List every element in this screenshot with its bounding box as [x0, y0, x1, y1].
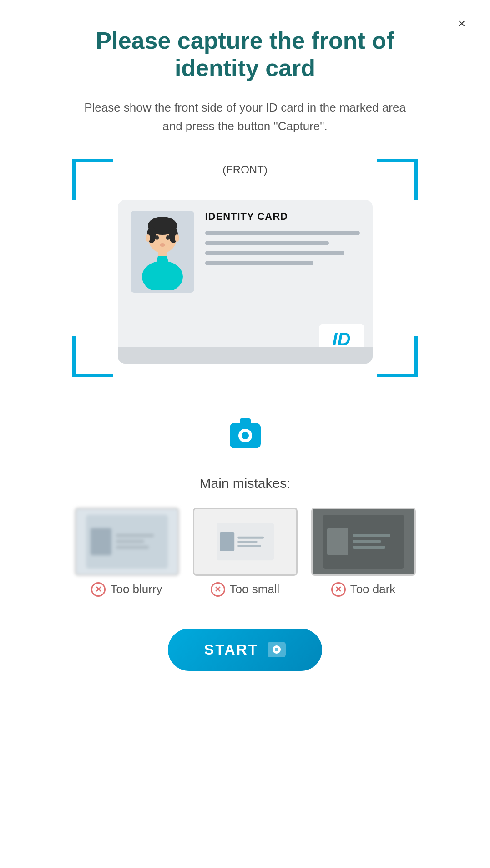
mistake-img-blurry: [75, 508, 179, 576]
corner-bottom-right: [377, 336, 418, 377]
mini-photo-dark: [327, 528, 348, 555]
mistake-img-dark: [311, 508, 416, 576]
id-badge-text: ID: [333, 329, 351, 350]
camera-icon-area: [230, 423, 261, 448]
camera-icon: [230, 423, 261, 448]
svg-point-6: [160, 243, 165, 247]
close-button[interactable]: ×: [452, 14, 472, 34]
front-label: (FRONT): [222, 163, 268, 176]
mistake-label-small: ✕ Too small: [211, 582, 280, 597]
svg-point-7: [146, 234, 150, 242]
mistakes-grid: ✕ Too blurry ✕ Too small: [50, 508, 441, 597]
start-camera-lens-inner: [275, 648, 278, 651]
mini-photo-blurry: [91, 528, 111, 555]
error-icon-dark: ✕: [331, 582, 346, 597]
id-card-bottom-strip: [118, 347, 373, 364]
mistakes-title: Main mistakes:: [50, 476, 441, 491]
mini-photo-small: [220, 532, 234, 551]
mistake-label-dark: ✕ Too dark: [331, 582, 396, 597]
corner-top-right: [377, 159, 418, 200]
mini-lines-small: [237, 536, 271, 547]
id-card-photo: [131, 211, 194, 293]
svg-point-8: [175, 234, 179, 242]
mini-lines-dark: [353, 534, 400, 549]
start-camera-lens: [273, 645, 281, 654]
start-button[interactable]: START: [168, 629, 322, 671]
mistake-item-dark: ✕ Too dark: [311, 508, 416, 597]
mistake-img-small: [193, 508, 298, 576]
corner-top-left: [72, 159, 113, 200]
scanner-area: (FRONT): [72, 159, 418, 414]
camera-lens-inner: [242, 432, 249, 439]
mistakes-section: Main mistakes: ✕ Too blurry: [50, 476, 441, 597]
mistake-label-blurry: ✕ Too blurry: [91, 582, 162, 597]
start-camera-icon: [268, 642, 286, 657]
start-button-label: START: [204, 641, 258, 658]
page-subtitle: Please show the front side of your ID ca…: [77, 98, 414, 136]
error-icon-small: ✕: [211, 582, 225, 597]
id-line-1: [205, 231, 360, 235]
corner-bottom-left: [72, 336, 113, 377]
svg-marker-11: [156, 256, 169, 265]
camera-lens: [238, 429, 252, 442]
id-card: IDENTITY CARD ID: [118, 200, 373, 364]
page-title: Please capture the front of identity car…: [68, 27, 423, 82]
id-line-4: [205, 261, 313, 265]
svg-point-4: [155, 235, 159, 240]
mistake-item-small: ✕ Too small: [193, 508, 298, 597]
mistake-item-blurry: ✕ Too blurry: [75, 508, 179, 597]
id-card-info: IDENTITY CARD: [205, 211, 360, 271]
mini-lines-blurry: [116, 534, 163, 549]
id-line-2: [205, 241, 329, 245]
svg-point-5: [166, 235, 170, 240]
error-icon-blurry: ✕: [91, 582, 106, 597]
id-card-title-label: IDENTITY CARD: [205, 211, 360, 223]
id-line-3: [205, 251, 344, 255]
